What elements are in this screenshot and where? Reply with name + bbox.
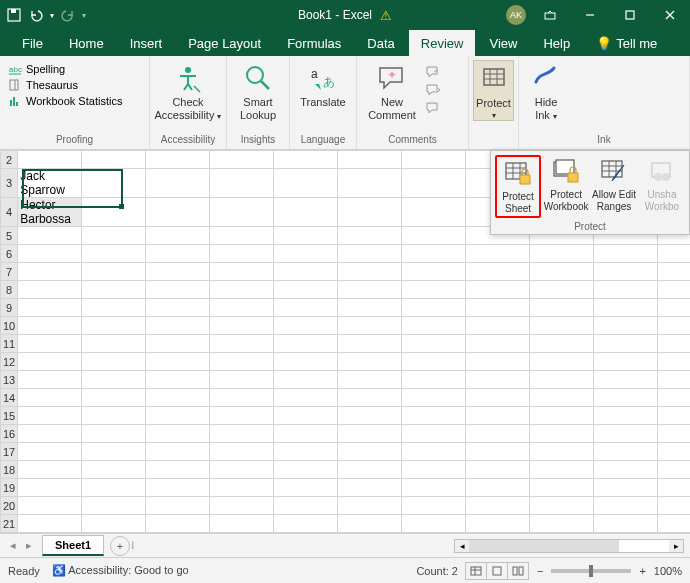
cell[interactable]: [338, 198, 402, 227]
cell[interactable]: [82, 461, 146, 479]
cell[interactable]: [82, 371, 146, 389]
view-page-layout-button[interactable]: [486, 562, 508, 580]
cell[interactable]: [18, 245, 82, 263]
cell[interactable]: [402, 198, 466, 227]
cell[interactable]: [146, 151, 210, 169]
cell[interactable]: [18, 479, 82, 497]
cell[interactable]: [530, 461, 594, 479]
cell[interactable]: [210, 317, 274, 335]
cell[interactable]: Hector Barbossa: [18, 198, 82, 227]
cell[interactable]: [274, 353, 338, 371]
cell[interactable]: [530, 389, 594, 407]
cell[interactable]: [658, 281, 690, 299]
row-header[interactable]: 12: [1, 353, 18, 371]
cell[interactable]: [594, 443, 658, 461]
row-header[interactable]: 10: [1, 317, 18, 335]
cell[interactable]: [594, 245, 658, 263]
cell[interactable]: [466, 515, 530, 533]
cell[interactable]: [274, 169, 338, 198]
tab-file[interactable]: File: [10, 30, 55, 56]
cell[interactable]: [82, 497, 146, 515]
show-comments-button[interactable]: [424, 100, 442, 116]
cell[interactable]: [466, 461, 530, 479]
cell[interactable]: [338, 281, 402, 299]
cell[interactable]: [594, 353, 658, 371]
tab-view[interactable]: View: [477, 30, 529, 56]
cell[interactable]: [402, 497, 466, 515]
workbook-stats-button[interactable]: Workbook Statistics: [8, 94, 122, 108]
tab-help[interactable]: Help: [531, 30, 582, 56]
cell[interactable]: [146, 227, 210, 245]
cell[interactable]: [402, 371, 466, 389]
ribbon-options-icon[interactable]: [530, 0, 570, 30]
cell[interactable]: [338, 227, 402, 245]
cell[interactable]: [402, 515, 466, 533]
cell[interactable]: [274, 461, 338, 479]
cell[interactable]: [274, 245, 338, 263]
minimize-icon[interactable]: [570, 0, 610, 30]
cell[interactable]: [146, 317, 210, 335]
cell[interactable]: [82, 353, 146, 371]
scroll-thumb[interactable]: [469, 540, 619, 552]
cell[interactable]: [210, 497, 274, 515]
cell[interactable]: [658, 299, 690, 317]
cell[interactable]: [82, 227, 146, 245]
scroll-left[interactable]: ◂: [455, 540, 469, 552]
cell[interactable]: [530, 407, 594, 425]
cell[interactable]: [18, 263, 82, 281]
cell[interactable]: [146, 425, 210, 443]
tab-home[interactable]: Home: [57, 30, 116, 56]
cell[interactable]: [18, 299, 82, 317]
tab-page-layout[interactable]: Page Layout: [176, 30, 273, 56]
qat-customize-icon[interactable]: ▾: [82, 11, 86, 20]
cell[interactable]: [338, 515, 402, 533]
cell[interactable]: [18, 353, 82, 371]
cell[interactable]: [594, 299, 658, 317]
zoom-slider[interactable]: [551, 569, 631, 573]
cell[interactable]: [82, 151, 146, 169]
cell[interactable]: [402, 263, 466, 281]
cell[interactable]: [146, 443, 210, 461]
row-header[interactable]: 2: [1, 151, 18, 169]
cell[interactable]: [274, 335, 338, 353]
cell[interactable]: [274, 515, 338, 533]
cell[interactable]: [210, 151, 274, 169]
cell[interactable]: [338, 461, 402, 479]
row-header[interactable]: 8: [1, 281, 18, 299]
cell[interactable]: [338, 407, 402, 425]
cell[interactable]: [82, 479, 146, 497]
cell[interactable]: [466, 317, 530, 335]
cell[interactable]: [82, 299, 146, 317]
cell[interactable]: [18, 227, 82, 245]
row-header[interactable]: 9: [1, 299, 18, 317]
cell[interactable]: [658, 515, 690, 533]
row-header[interactable]: 5: [1, 227, 18, 245]
row-header[interactable]: 17: [1, 443, 18, 461]
allow-edit-ranges-button[interactable]: Allow EditRanges: [591, 155, 637, 218]
cell[interactable]: [530, 497, 594, 515]
cell[interactable]: [530, 263, 594, 281]
view-page-break-button[interactable]: [507, 562, 529, 580]
cell[interactable]: [18, 389, 82, 407]
cell[interactable]: [18, 151, 82, 169]
cell[interactable]: [658, 389, 690, 407]
cell[interactable]: [146, 461, 210, 479]
cell[interactable]: [658, 263, 690, 281]
cell[interactable]: [530, 281, 594, 299]
cell[interactable]: [530, 245, 594, 263]
cell[interactable]: [82, 263, 146, 281]
cell[interactable]: [210, 425, 274, 443]
cell[interactable]: [402, 389, 466, 407]
cell[interactable]: [18, 281, 82, 299]
cell[interactable]: [18, 497, 82, 515]
cell[interactable]: [402, 169, 466, 198]
cell[interactable]: [82, 169, 146, 198]
tab-tellme[interactable]: 💡 Tell me: [584, 30, 669, 56]
tab-split[interactable]: ⁞: [130, 539, 136, 552]
cell[interactable]: [594, 461, 658, 479]
cell[interactable]: [402, 227, 466, 245]
row-header[interactable]: 13: [1, 371, 18, 389]
cell[interactable]: [274, 443, 338, 461]
cell[interactable]: [402, 317, 466, 335]
row-header[interactable]: 6: [1, 245, 18, 263]
